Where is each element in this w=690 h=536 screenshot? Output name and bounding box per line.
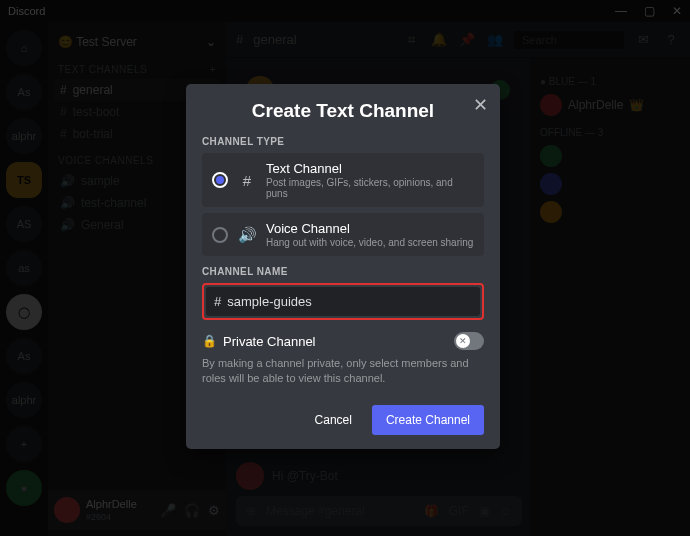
option-title: Voice Channel xyxy=(266,221,474,236)
text-channel-option[interactable]: # Text Channel Post images, GIFs, sticke… xyxy=(202,153,484,207)
create-channel-button[interactable]: Create Channel xyxy=(372,405,484,435)
radio-unselected[interactable] xyxy=(212,227,228,243)
highlight-box: # sample-guides xyxy=(202,283,484,320)
cancel-button[interactable]: Cancel xyxy=(301,405,366,435)
private-channel-label: Private Channel xyxy=(223,334,448,349)
channel-name-value: sample-guides xyxy=(227,294,312,309)
private-toggle[interactable] xyxy=(454,332,484,350)
close-icon[interactable]: ✕ xyxy=(473,94,488,116)
lock-icon: 🔒 xyxy=(202,334,217,348)
modal-title: Create Text Channel xyxy=(202,100,484,122)
channel-type-label: CHANNEL TYPE xyxy=(202,136,484,147)
speaker-icon: 🔊 xyxy=(238,226,256,244)
option-subtitle: Post images, GIFs, stickers, opinions, a… xyxy=(266,177,474,199)
voice-channel-option[interactable]: 🔊 Voice Channel Hang out with voice, vid… xyxy=(202,213,484,256)
create-channel-modal: ✕ Create Text Channel CHANNEL TYPE # Tex… xyxy=(186,84,500,449)
channel-name-label: CHANNEL NAME xyxy=(202,266,484,277)
hash-icon: # xyxy=(238,172,256,189)
option-title: Text Channel xyxy=(266,161,474,176)
channel-name-input[interactable]: # sample-guides xyxy=(206,287,480,316)
radio-selected[interactable] xyxy=(212,172,228,188)
private-description: By making a channel private, only select… xyxy=(202,356,484,387)
hash-icon: # xyxy=(214,294,221,309)
option-subtitle: Hang out with voice, video, and screen s… xyxy=(266,237,474,248)
